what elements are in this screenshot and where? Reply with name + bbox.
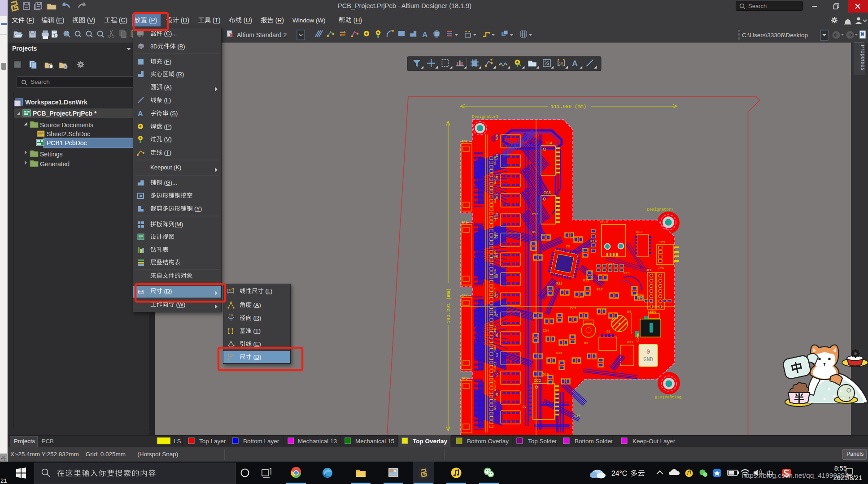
svg-text:R49C9: R49C9: [494, 325, 497, 334]
svg-text:JP3: JP3: [659, 240, 665, 244]
svg-text:U20: U20: [495, 134, 499, 140]
svg-text:D10: D10: [543, 373, 549, 376]
svg-text:R52C12: R52C12: [494, 380, 497, 391]
svg-text:IC6: IC6: [544, 191, 551, 195]
svg-text:Bottom Layer: Bottom Layer: [243, 438, 279, 445]
svg-text:R31: R31: [556, 351, 563, 355]
svg-text:USB1: USB1: [600, 220, 609, 224]
svg-text:U8: U8: [495, 294, 499, 298]
svg-text:R23: R23: [570, 307, 576, 310]
svg-text:Mechanical 15: Mechanical 15: [355, 438, 394, 445]
svg-text:111.989 (mm): 111.989 (mm): [551, 104, 586, 109]
svg-text:Bottom Overlay: Bottom Overlay: [467, 438, 509, 445]
svg-text:Top Layer: Top Layer: [199, 438, 226, 445]
svg-text:LS: LS: [174, 438, 181, 445]
svg-text:R21: R21: [556, 282, 563, 285]
svg-text:PCB1.PcbDoc: PCB1.PcbDoc: [47, 139, 87, 147]
svg-text:U12: U12: [495, 233, 499, 238]
svg-text:R53C13: R53C13: [494, 399, 497, 410]
svg-text:Bottom Solder: Bottom Solder: [575, 438, 613, 445]
svg-text:10: 10: [228, 288, 232, 292]
svg-text:A: A: [572, 59, 577, 68]
svg-text:21: 21: [0, 477, 7, 484]
svg-text:CON6: CON6: [636, 333, 640, 341]
svg-text:,: ,: [849, 393, 850, 399]
svg-text:JP7: JP7: [461, 139, 468, 143]
svg-text:R11: R11: [583, 279, 589, 282]
svg-text:Top Overlay: Top Overlay: [413, 438, 448, 445]
svg-text:Keep-Out Layer: Keep-Out Layer: [632, 438, 676, 445]
svg-text:Designator7: Designator7: [647, 207, 673, 212]
svg-text:U12: U12: [627, 340, 634, 344]
svg-text:C8: C8: [566, 244, 571, 248]
svg-text:Generated: Generated: [40, 160, 70, 168]
svg-text:U7: U7: [495, 314, 499, 317]
svg-text:C30: C30: [574, 414, 580, 418]
svg-text:A: A: [138, 110, 143, 117]
svg-text:A: A: [422, 30, 427, 39]
svg-text:R50C10: R50C10: [494, 342, 497, 353]
svg-text:8:55: 8:55: [834, 465, 847, 472]
svg-text:D3: D3: [584, 341, 589, 345]
svg-text:PCB_Project.PrjPcb *: PCB_Project.PrjPcb *: [33, 110, 97, 117]
svg-text:U9: U9: [495, 274, 499, 278]
svg-text:10: 10: [559, 61, 563, 65]
svg-text:U2: U2: [495, 373, 499, 376]
svg-text:C:\Users\33306\Desktop: C:\Users\33306\Desktop: [742, 32, 808, 39]
svg-text:190.291 (mm): 190.291 (mm): [446, 288, 451, 324]
svg-text:0: 0: [646, 349, 650, 355]
svg-text:Properties: Properties: [860, 45, 864, 70]
svg-text:Q1: Q1: [606, 330, 611, 333]
svg-text:JP6: JP6: [461, 376, 468, 380]
svg-text:JP8: JP8: [461, 220, 468, 225]
svg-text:C2B1: C2B1: [606, 263, 615, 266]
svg-text:10: 10: [227, 354, 231, 358]
svg-text:IC4: IC4: [545, 141, 552, 146]
svg-text:R10: R10: [590, 239, 597, 243]
svg-text:P17: P17: [532, 212, 538, 216]
svg-text:Settings: Settings: [40, 151, 63, 158]
svg-text:JP1: JP1: [658, 266, 664, 270]
svg-text:Workspace1.DsnWrk: Workspace1.DsnWrk: [25, 99, 87, 106]
svg-text:10: 10: [229, 313, 233, 317]
svg-text:Top Solder: Top Solder: [528, 438, 557, 445]
svg-text:Source Documents: Source Documents: [40, 121, 93, 129]
svg-text:U13: U13: [495, 213, 499, 219]
svg-text:R51C11: R51C11: [494, 361, 497, 372]
svg-text:U11: U11: [495, 252, 499, 258]
svg-text:JP8: JP8: [646, 268, 653, 272]
svg-text:D7: D7: [523, 405, 527, 409]
svg-text:U23: U23: [636, 230, 643, 234]
svg-text:Mechanical 13: Mechanical 13: [298, 438, 337, 445]
svg-text:R18: R18: [624, 272, 630, 275]
svg-text:U16: U16: [495, 173, 499, 179]
svg-text:Designator6: Designator6: [655, 395, 681, 399]
svg-text:R12: R12: [597, 288, 603, 291]
svg-text:IC2: IC2: [534, 379, 541, 383]
svg-text:Sheet2.SchDoc: Sheet2.SchDoc: [47, 130, 90, 138]
svg-text:U1: U1: [495, 393, 499, 396]
svg-text:U5: U5: [495, 333, 499, 337]
svg-text:U5: U5: [532, 230, 537, 234]
svg-text:D4: D4: [627, 310, 632, 314]
svg-text:U18: U18: [495, 154, 499, 160]
svg-text:C24: C24: [543, 329, 549, 333]
svg-text:U4: U4: [495, 353, 499, 357]
svg-text:Designator5: Designator5: [472, 115, 498, 119]
svg-text:GND: GND: [643, 357, 653, 363]
svg-text:U15: U15: [495, 193, 499, 199]
svg-text:R26: R26: [637, 296, 643, 299]
svg-text:LED6: LED6: [648, 310, 656, 314]
svg-text:JP4: JP4: [461, 294, 468, 298]
svg-text:Altium Standard 2: Altium Standard 2: [237, 31, 287, 39]
